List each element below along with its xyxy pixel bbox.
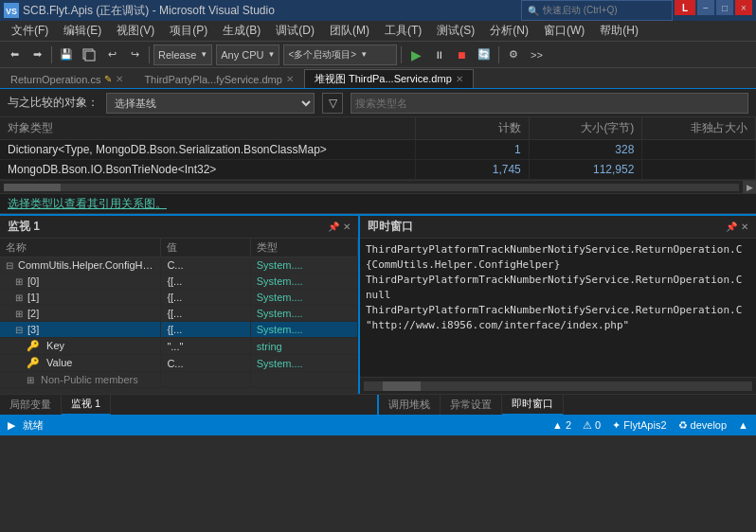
bottom-tab-watch1[interactable]: 监视 1 <box>62 395 111 416</box>
forward-button[interactable]: ➡ <box>27 44 47 65</box>
platform-dropdown[interactable]: Any CPU ▼ <box>216 44 279 65</box>
menu-edit[interactable]: 编辑(E) <box>56 21 109 41</box>
immediate-content[interactable]: ThirdPartyPlatformTrackNumberNotifyServi… <box>360 239 756 377</box>
scrollbar-thumb[interactable] <box>4 184 61 191</box>
immediate-scrollbar-track[interactable] <box>364 381 752 391</box>
immediate-close-btn[interactable]: ✕ <box>741 222 748 232</box>
watch-row-1-name: ⊞ [0] <box>0 274 161 290</box>
watch-row-4[interactable]: ⊟ [3] {[... System.... <box>0 322 358 338</box>
expand-arrow-3[interactable]: ⊞ <box>15 309 23 319</box>
build-config-arrow: ▼ <box>200 50 207 59</box>
expand-arrow-2[interactable]: ⊞ <box>15 293 23 303</box>
watch-row-5-value: "..." <box>161 338 250 355</box>
type-search-input[interactable] <box>351 93 748 114</box>
user-icon[interactable]: L <box>675 0 695 15</box>
heap-table-scroll[interactable]: 对象类型 计数 大小(字节) 非独占大小 Dictionary<Type, Mo… <box>0 117 756 180</box>
tab-heap-view[interactable]: 堆视图 ThirdPa...Service.dmp ✕ <box>304 69 474 88</box>
watch-row-1[interactable]: ⊞ [0] {[... System.... <box>0 274 358 290</box>
tab-return-operation-close[interactable]: ✕ <box>116 74 123 84</box>
warnings-indicator[interactable]: ⚠ 0 <box>583 419 601 432</box>
main-toolbar: ⬅ ➡ 💾 ↩ ↪ Release ▼ Any CPU ▼ <多个启动项目> ▼… <box>0 42 756 68</box>
menu-help[interactable]: 帮助(H) <box>592 21 646 41</box>
maximize-button[interactable]: □ <box>716 0 733 15</box>
menu-test[interactable]: 测试(S) <box>429 21 482 41</box>
watch-row-2[interactable]: ⊞ [1] {[... System.... <box>0 290 358 306</box>
immediate-scrollbar[interactable] <box>360 377 756 394</box>
bottom-tab-callstack[interactable]: 调用堆栈 <box>379 395 441 416</box>
imm-line-3: null <box>366 288 750 303</box>
table-row[interactable]: MongoDB.Bson.IO.BsonTrieNode<Int32> 1,74… <box>0 160 756 180</box>
startup-project-dropdown[interactable]: <多个启动项目> ▼ <box>283 44 397 65</box>
bottom-tab-exceptions[interactable]: 异常设置 <box>441 395 502 416</box>
close-button[interactable]: × <box>735 0 752 15</box>
menu-window[interactable]: 窗口(W) <box>536 21 592 41</box>
filter-button[interactable]: ▽ <box>322 93 343 114</box>
expand-arrow-1[interactable]: ⊞ <box>15 276 23 287</box>
errors-indicator[interactable]: ▲ 2 <box>552 419 571 431</box>
watch-row-6[interactable]: 🔑 Value C... System.... <box>0 355 358 372</box>
bottom-tab-immediate[interactable]: 即时窗口 <box>502 395 564 416</box>
watch-row-7[interactable]: ⊞ Non-Public members <box>0 372 358 388</box>
tab-thirdparty-dmp[interactable]: ThirdPartyPla...fyService.dmp ✕ <box>134 69 304 88</box>
baseline-select[interactable]: 选择基线 <box>106 93 315 114</box>
watch-row-7-value <box>161 372 250 388</box>
git-branch-indicator[interactable]: ♻ develop <box>678 419 728 432</box>
minimize-button[interactable]: − <box>697 0 714 15</box>
menu-team[interactable]: 团队(M) <box>322 21 377 41</box>
tab-thirdparty-dmp-label: ThirdPartyPla...fyService.dmp <box>144 74 282 85</box>
up-arrow: ▲ <box>738 419 748 431</box>
search-quick-launch[interactable]: 🔍 快速启动 (Ctrl+Q) <box>521 0 673 21</box>
watch-row-3[interactable]: ⊞ [2] {[... System.... <box>0 306 358 322</box>
imm-line-1: {CommUtils.Helper.ConfigHelper} <box>366 257 750 273</box>
back-button[interactable]: ⬅ <box>4 44 25 65</box>
immediate-panel-title: 即时窗口 <box>368 219 413 235</box>
watch-row-4-name: ⊟ [3] <box>0 322 161 338</box>
watch-pin-btn[interactable]: 📌 <box>328 222 339 232</box>
watch-row-3-value: {[... <box>161 306 250 322</box>
stop-button[interactable]: ⏹ <box>451 44 472 65</box>
build-config-dropdown[interactable]: Release ▼ <box>153 44 212 65</box>
menu-analyze[interactable]: 分析(N) <box>482 21 536 41</box>
watch-row-0[interactable]: ⊟ CommUtils.Helper.ConfigHelper.ValueDic… <box>0 257 358 274</box>
status-right: ▲ 2 ⚠ 0 ✦ FlytApis2 ♻ develop ▲ <box>552 419 748 432</box>
watch-row-0-name: ⊟ CommUtils.Helper.ConfigHelper.ValueDic <box>0 257 161 274</box>
tab-return-operation[interactable]: ReturnOperation.cs ✎ ✕ <box>0 69 134 88</box>
scrollbar-track[interactable] <box>4 184 739 191</box>
menu-build[interactable]: 生成(B) <box>215 21 268 41</box>
start-button[interactable]: ▶ <box>405 44 426 65</box>
immediate-pin-btn[interactable]: 📌 <box>726 222 737 232</box>
save-all-button[interactable] <box>79 44 99 65</box>
scroll-right-btn[interactable]: ▶ <box>743 181 756 194</box>
menu-project[interactable]: 项目(P) <box>162 21 215 41</box>
restart-button[interactable]: 🔄 <box>474 44 495 65</box>
tab-heap-view-close[interactable]: ✕ <box>456 74 463 84</box>
watch-table: 名称 值 类型 ⊟ CommUtils.Helper.ConfigHelper.… <box>0 239 358 388</box>
horizontal-scrollbar[interactable]: ▶ <box>0 180 756 193</box>
watch-scroll-area[interactable]: 名称 值 类型 ⊟ CommUtils.Helper.ConfigHelper.… <box>0 239 358 394</box>
right-bottom-tabs: 调用堆栈 异常设置 即时窗口 <box>379 395 756 416</box>
menu-view[interactable]: 视图(V) <box>109 21 162 41</box>
bottom-tabs-row: 局部变量 监视 1 调用堆栈 异常设置 即时窗口 <box>0 394 756 415</box>
save-button[interactable]: 💾 <box>56 44 77 65</box>
menu-tools[interactable]: 工具(T) <box>377 21 429 41</box>
toolbar-more[interactable]: >> <box>526 44 547 65</box>
branch-indicator[interactable]: ✦ FlytApis2 <box>612 419 666 432</box>
immediate-scrollbar-thumb[interactable] <box>383 381 421 391</box>
settings-button[interactable]: ⚙ <box>503 44 524 65</box>
bottom-tab-locals[interactable]: 局部变量 <box>0 395 62 416</box>
reference-graph-link[interactable]: 选择类型以查看其引用关系图。 <box>8 196 167 212</box>
watch-close-btn[interactable]: ✕ <box>343 222 351 232</box>
watch-row-5[interactable]: 🔑 Key "..." string <box>0 338 358 355</box>
expand-arrow-0[interactable]: ⊟ <box>6 260 13 271</box>
tab-thirdparty-dmp-close[interactable]: ✕ <box>286 74 294 84</box>
undo-button[interactable]: ↩ <box>101 44 122 65</box>
svg-rect-3 <box>85 51 95 61</box>
table-row[interactable]: Dictionary<Type, MongoDB.Bson.Serializat… <box>0 140 756 160</box>
redo-button[interactable]: ↪ <box>124 44 145 65</box>
title-bar: VS SCB.Flyt.Apis (正在调试) - Microsoft Visu… <box>0 0 756 21</box>
warnings-text: ⚠ 0 <box>583 419 601 432</box>
menu-file[interactable]: 文件(F) <box>4 21 56 41</box>
pause-button[interactable]: ⏸ <box>428 44 449 65</box>
expand-arrow-4[interactable]: ⊟ <box>15 325 23 335</box>
menu-debug[interactable]: 调试(D) <box>268 21 322 41</box>
